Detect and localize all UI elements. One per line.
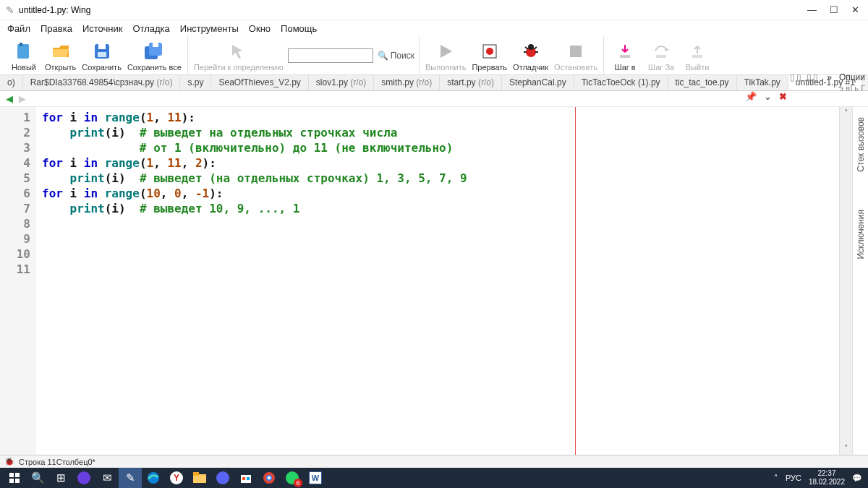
status-bug-icon[interactable]: 🐞: [4, 457, 14, 466]
start-button[interactable]: [3, 468, 26, 488]
svg-rect-29: [247, 477, 250, 480]
file-tab[interactable]: TikTak.py: [737, 75, 788, 90]
menubar: Файл Правка Источник Отладка Инструменты…: [0, 20, 868, 36]
svg-rect-4: [98, 52, 106, 57]
svg-line-14: [525, 47, 528, 49]
status-line: Строка 11: [19, 458, 56, 466]
scroll-down-icon[interactable]: ˅: [844, 444, 848, 453]
open-folder-icon: [51, 41, 71, 61]
taskview-icon[interactable]: ⊞: [49, 468, 72, 488]
svg-rect-20: [9, 473, 14, 477]
menu-window[interactable]: Окно: [249, 23, 271, 34]
stepin-button[interactable]: Шаг в: [608, 38, 642, 73]
app-chrome-icon[interactable]: [258, 468, 281, 488]
maximize-button[interactable]: ☐: [830, 4, 838, 15]
file-tab[interactable]: smith.py (r/o): [374, 75, 440, 90]
file-tab[interactable]: start.py (r/o): [440, 75, 502, 90]
menu-source[interactable]: Источник: [82, 23, 123, 34]
file-tab[interactable]: StephanCal.py: [502, 75, 574, 90]
nav-fwd-icon[interactable]: ▶: [19, 93, 26, 104]
svg-rect-16: [570, 46, 582, 57]
menu-debug[interactable]: Отладка: [132, 23, 169, 34]
hint-text: э вІ ь Г: [840, 84, 865, 93]
svg-point-9: [486, 48, 493, 55]
stop-record-icon: [480, 41, 500, 61]
scroll-up-icon[interactable]: ˄: [844, 108, 848, 118]
file-tab[interactable]: Rar$DIa33768.49854\срзнач.py (r/o): [23, 75, 181, 90]
options-label[interactable]: Опции: [839, 72, 865, 82]
svg-rect-0: [17, 44, 29, 59]
debug-button[interactable]: Отладчик: [511, 38, 550, 73]
close-button[interactable]: ✕: [851, 4, 859, 15]
new-button[interactable]: Новый: [7, 38, 41, 73]
sidetab-callstack[interactable]: Стек вызовов: [854, 113, 867, 176]
code-area[interactable]: for i in range(1, 11): print(i) # выведе…: [36, 107, 839, 455]
stepover-button[interactable]: Шаг За: [644, 38, 678, 73]
svg-rect-26: [193, 472, 199, 476]
minimize-button[interactable]: —: [807, 4, 817, 15]
file-tab[interactable]: s.py: [180, 75, 211, 90]
halt-button[interactable]: Остановить: [553, 38, 599, 73]
save-button[interactable]: Сохранить: [80, 38, 123, 73]
svg-rect-7: [153, 43, 158, 47]
step-in-icon: [615, 41, 635, 61]
search-taskbar-icon[interactable]: 🔍: [26, 468, 49, 488]
app-mail-icon[interactable]: ✉: [95, 468, 119, 488]
tray-lang[interactable]: РУС: [786, 474, 801, 482]
menu-edit[interactable]: Правка: [41, 23, 72, 34]
menu-file[interactable]: Файл: [7, 23, 30, 34]
menu-tools[interactable]: Инструменты: [180, 23, 239, 34]
stop-icon: [566, 41, 586, 61]
app-store-icon[interactable]: [234, 468, 258, 488]
svg-rect-18: [656, 55, 666, 58]
file-tab-bar: o)Rar$DIa33768.49854\срзнач.py (r/o)s.py…: [0, 75, 868, 91]
save-icon: [92, 41, 112, 61]
search-input[interactable]: [288, 48, 373, 63]
nav-row: ◀ ▶: [0, 91, 868, 107]
svg-rect-22: [9, 479, 14, 483]
file-tab[interactable]: SeaOfThieves_V2.py: [211, 75, 308, 90]
margin-line: [575, 107, 576, 455]
taskbar: 🔍 ⊞ ✉ ✎ Y 6 W ˄ РУС 22:37 18.02.2022 💬: [0, 468, 868, 488]
tray-notifications-icon[interactable]: 💬: [852, 474, 862, 483]
small-icons[interactable]: ▯▯ ▯▯: [790, 72, 820, 82]
app-yandex-icon[interactable]: Y: [165, 468, 188, 488]
svg-point-32: [268, 476, 271, 479]
svg-rect-17: [620, 55, 630, 58]
file-tab[interactable]: slov1.py (r/o): [309, 75, 374, 90]
window-title: untitled-1.py: Wing: [19, 5, 90, 15]
run-button[interactable]: Выполнить: [424, 38, 467, 73]
tray-clock[interactable]: 22:37 18.02.2022: [809, 469, 845, 487]
titlebar: ✎ untitled-1.py: Wing — ☐ ✕: [0, 0, 868, 20]
app-explorer-icon[interactable]: [188, 468, 211, 488]
app-edge-icon[interactable]: [142, 468, 165, 488]
search-box: 🔍Поиск: [288, 48, 414, 64]
statusbar: 🐞 Строка 11 Столбец0 *: [0, 455, 868, 468]
saveall-button[interactable]: Сохранить все: [126, 38, 183, 73]
svg-rect-19: [692, 55, 702, 58]
app-alice-icon[interactable]: [72, 468, 95, 488]
app-whatsapp-icon[interactable]: 6: [281, 468, 304, 488]
nav-back-icon[interactable]: ◀: [6, 93, 13, 104]
goto-def-button[interactable]: Перейти к определению: [192, 38, 285, 73]
file-tab[interactable]: tic_tac_toe.py: [668, 75, 737, 90]
stepout-button[interactable]: Выйти: [681, 38, 714, 73]
open-button[interactable]: Открыть: [43, 38, 77, 73]
tray-expand-icon[interactable]: ˄: [774, 474, 778, 483]
step-over-icon: [651, 41, 671, 61]
sidetab-exceptions[interactable]: Исключения: [854, 205, 867, 264]
new-file-icon: [14, 41, 34, 61]
dropdown-icon[interactable]: ⌄: [764, 91, 772, 102]
vertical-scrollbar[interactable]: ˄ ˅: [839, 107, 852, 455]
app-discord-icon[interactable]: [211, 468, 234, 488]
file-tab[interactable]: o): [0, 75, 23, 90]
break-button[interactable]: Прервать: [470, 38, 509, 73]
menu-help[interactable]: Помощь: [281, 23, 317, 34]
more-icon[interactable]: »: [827, 72, 832, 82]
file-tab[interactable]: TicTacToeOck (1).py: [574, 75, 668, 90]
svg-rect-1: [20, 43, 22, 46]
app-wing-icon[interactable]: ✎: [119, 468, 142, 488]
app-word-icon[interactable]: W: [304, 468, 327, 488]
close-tab-icon[interactable]: ✖: [779, 91, 787, 102]
pin-icon[interactable]: 📌: [745, 91, 757, 102]
